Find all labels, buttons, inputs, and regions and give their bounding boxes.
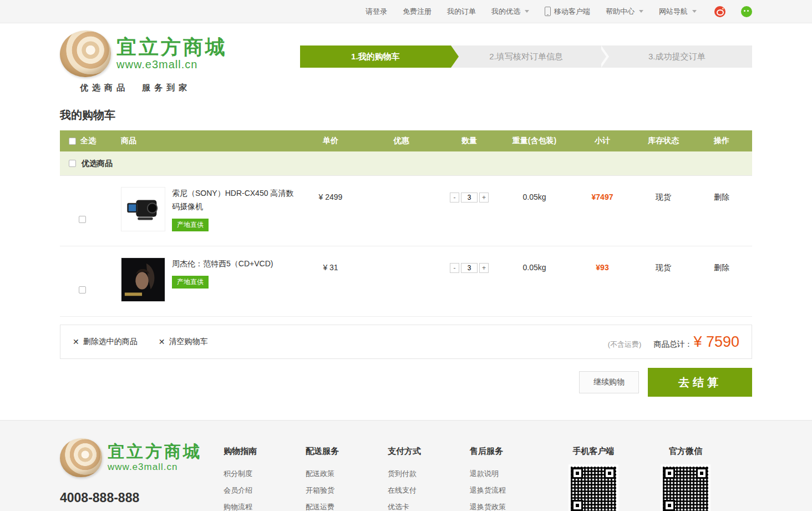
item-checkbox[interactable] bbox=[79, 216, 86, 223]
close-icon: ✕ bbox=[159, 337, 165, 346]
product-image[interactable] bbox=[121, 257, 165, 302]
col-subtotal: 小计 bbox=[569, 136, 636, 146]
phone-icon bbox=[545, 7, 551, 16]
step-my-cart: 1.我的购物车 bbox=[300, 45, 451, 68]
footer-link[interactable]: 配送政策 bbox=[306, 466, 388, 482]
help-center-link[interactable]: 帮助中心 bbox=[606, 7, 643, 17]
product-title[interactable]: 索尼（SONY）HDR-CX450 高清数码摄像机 bbox=[172, 187, 297, 214]
unit-price: ¥ 2499 bbox=[297, 187, 364, 231]
close-icon: ✕ bbox=[73, 337, 79, 346]
group-label: 优选商品 bbox=[82, 159, 113, 169]
select-all-label: 全选 bbox=[80, 136, 96, 146]
logo-title: 宜立方商城 bbox=[116, 37, 227, 58]
footer-link[interactable]: 配送运费 bbox=[306, 499, 388, 511]
header: 宜立方商城 www.e3mall.cn 优选商品 服务到家 1.我的购物车 2.… bbox=[60, 23, 752, 93]
weibo-icon[interactable] bbox=[714, 6, 725, 17]
footer-link[interactable]: 会员介绍 bbox=[224, 482, 306, 499]
logo-url: www.e3mall.cn bbox=[116, 58, 227, 71]
login-link[interactable]: 请登录 bbox=[366, 7, 387, 17]
qty-increase-button[interactable]: + bbox=[479, 193, 489, 203]
footer-qr-wechat: 官方微信 bbox=[644, 438, 727, 511]
total-label: 商品总计： bbox=[653, 340, 692, 350]
footer-col-payment: 支付方式 货到付款 在线支付 优选卡 分期付款 bbox=[388, 438, 470, 511]
stock-status: 现货 bbox=[636, 187, 691, 231]
mobile-client-link[interactable]: 移动客户端 bbox=[545, 7, 590, 17]
step-order-submitted: 3.成功提交订单 bbox=[601, 45, 752, 68]
footer-col-delivery: 配送服务 配送政策 开箱验货 配送运费 配送范围 bbox=[306, 438, 388, 511]
chevron-down-icon bbox=[692, 10, 697, 13]
album-cover-image bbox=[121, 258, 165, 301]
footer-logo-title: 宜立方商城 bbox=[108, 443, 202, 461]
qty-decrease-button[interactable]: - bbox=[450, 193, 459, 203]
delete-selected-button[interactable]: ✕ 删除选中的商品 bbox=[73, 337, 138, 347]
qr-finder bbox=[572, 500, 583, 511]
footer-col-title: 购物指南 bbox=[224, 446, 306, 457]
chevron-down-icon bbox=[639, 10, 643, 13]
footer-col-title: 售后服务 bbox=[470, 446, 552, 457]
footer-link[interactable]: 退换货政策 bbox=[470, 499, 552, 511]
logo-shell-image bbox=[60, 438, 102, 477]
cart-item-row: 周杰伦：范特西5（CD+VCD) 产地直供 ¥ 31 -+ 0.05kg ¥93… bbox=[60, 246, 752, 317]
help-center-label: 帮助中心 bbox=[606, 7, 635, 17]
slogan-left: 优选商品 bbox=[80, 83, 129, 93]
footer-col-title: 支付方式 bbox=[388, 446, 470, 457]
footer-link[interactable]: 优选卡 bbox=[388, 499, 470, 511]
qty-input[interactable] bbox=[461, 263, 478, 273]
camcorder-image bbox=[121, 188, 165, 231]
total-value: ¥ 7590 bbox=[693, 333, 739, 351]
footer-link[interactable]: 购物流程 bbox=[224, 499, 306, 511]
footer-col-after-sales: 售后服务 退款说明 退换货流程 退换货政策 隐私条款 bbox=[470, 438, 552, 511]
delete-item-link[interactable]: 删除 bbox=[714, 263, 729, 272]
col-weight: 重量(含包装) bbox=[500, 136, 569, 146]
qty-decrease-button[interactable]: - bbox=[450, 263, 459, 273]
qty-increase-button[interactable]: + bbox=[479, 263, 489, 273]
footer-link[interactable]: 在线支付 bbox=[388, 482, 470, 499]
step-confirm-order: 2.填写核对订单信息 bbox=[451, 45, 602, 68]
slogan-right: 服务到家 bbox=[142, 83, 191, 93]
clear-cart-label: 清空购物车 bbox=[169, 337, 207, 347]
hotline-number: 4008-888-888 bbox=[60, 490, 224, 505]
qty-input[interactable] bbox=[461, 193, 478, 203]
register-link[interactable]: 免费注册 bbox=[403, 7, 432, 17]
footer-link[interactable]: 货到付款 bbox=[388, 466, 470, 482]
footer-col-shopping-guide: 购物指南 积分制度 会员介绍 购物流程 常见问题 bbox=[224, 438, 306, 511]
delete-item-link[interactable]: 删除 bbox=[714, 193, 729, 201]
footer-link[interactable]: 开箱验货 bbox=[306, 482, 388, 499]
footer-link[interactable]: 退换货流程 bbox=[470, 482, 552, 499]
qr-wechat-title: 官方微信 bbox=[644, 446, 727, 457]
clear-cart-button[interactable]: ✕ 清空购物车 bbox=[159, 337, 208, 347]
cart-group-row: 优选商品 bbox=[60, 151, 752, 176]
my-picks-label: 我的优选 bbox=[491, 7, 520, 17]
site-logo[interactable]: 宜立方商城 www.e3mall.cn 优选商品 服务到家 bbox=[60, 31, 227, 93]
group-checkbox[interactable] bbox=[69, 160, 76, 167]
product-image[interactable] bbox=[121, 187, 165, 231]
item-subtotal: ¥93 bbox=[569, 257, 636, 302]
checkout-stepper: 1.我的购物车 2.填写核对订单信息 3.成功提交订单 bbox=[300, 45, 752, 68]
footer-link[interactable]: 积分制度 bbox=[224, 466, 306, 482]
my-orders-link[interactable]: 我的订单 bbox=[447, 7, 476, 17]
footer-logo[interactable]: 宜立方商城 www.e3mall.cn 4008-888-888 周一至周日 8… bbox=[60, 438, 224, 511]
origin-badge: 产地直供 bbox=[172, 276, 209, 289]
footer-link[interactable]: 退款说明 bbox=[470, 466, 552, 482]
page-title: 我的购物车 bbox=[60, 108, 752, 123]
qr-finder bbox=[572, 468, 583, 479]
site-nav-link[interactable]: 网站导航 bbox=[659, 7, 697, 17]
logo-slogan: 优选商品 服务到家 bbox=[80, 83, 227, 93]
item-weight: 0.05kg bbox=[500, 257, 569, 302]
checkout-button[interactable]: 去结算 bbox=[648, 368, 752, 397]
wechat-icon[interactable] bbox=[741, 6, 752, 17]
delete-selected-label: 删除选中的商品 bbox=[83, 337, 138, 347]
topbar: 请登录 免费注册 我的订单 我的优选 移动客户端 帮助中心 网站导航 bbox=[0, 0, 812, 23]
item-checkbox[interactable] bbox=[79, 286, 86, 294]
discount-value bbox=[364, 257, 439, 302]
unit-price: ¥ 31 bbox=[297, 257, 364, 302]
qr-finder bbox=[696, 468, 707, 479]
select-all-checkbox[interactable] bbox=[69, 138, 76, 145]
my-picks-link[interactable]: 我的优选 bbox=[491, 7, 529, 17]
footer-col-title: 配送服务 bbox=[306, 446, 388, 457]
continue-shopping-button[interactable]: 继续购物 bbox=[579, 371, 639, 393]
chevron-down-icon bbox=[525, 10, 529, 13]
footer-qr-app: 手机客户端 bbox=[552, 438, 635, 511]
qr-finder bbox=[664, 468, 675, 479]
product-title[interactable]: 周杰伦：范特西5（CD+VCD) bbox=[172, 257, 273, 271]
